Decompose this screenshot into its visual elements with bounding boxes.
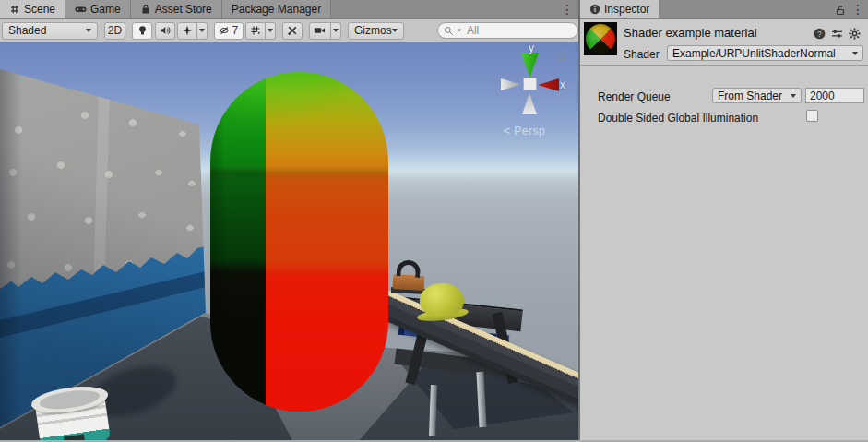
scene-panel-menu-icon[interactable]: ⋮ [561, 2, 574, 18]
search-filter-caret-icon [458, 29, 462, 31]
material-preview-sphere [586, 24, 615, 54]
svg-text:?: ? [817, 30, 822, 39]
tab-inspector[interactable]: Inspector [580, 0, 660, 18]
tab-scene[interactable]: Scene [0, 0, 65, 18]
inspector-tabbar: Inspector ⋮ [580, 0, 868, 19]
tools-icon [287, 25, 298, 36]
hardhat-dome [420, 283, 464, 317]
scene-viewport[interactable]: y x < Persp [0, 42, 578, 442]
shader-dropdown[interactable]: Example/URPUnlitShaderNormal [667, 45, 863, 61]
lock-icon[interactable] [835, 5, 846, 16]
scene-lighting-button[interactable] [132, 22, 152, 40]
grid-snapping-button[interactable] [245, 22, 266, 40]
2d-toggle-label: 2D [108, 24, 122, 37]
gizmos-label: Gizmos [354, 24, 392, 37]
scene-effects-dropdown[interactable] [197, 22, 208, 40]
material-header: Shader example material ? Shader Example… [580, 19, 868, 66]
chevron-down-icon [199, 29, 205, 32]
chevron-down-icon [268, 29, 273, 32]
info-icon [589, 4, 600, 15]
scene-audio-button[interactable] [155, 22, 175, 40]
tab-package-manager[interactable]: Package Manager [222, 0, 331, 18]
jigsaw-handle [396, 259, 421, 278]
capsule-gradient-overlay [210, 72, 388, 412]
search-icon [444, 26, 454, 36]
2d-toggle-button[interactable]: 2D [104, 22, 126, 40]
gizmo-center-cube[interactable] [523, 78, 537, 90]
render-queue-value-field[interactable]: 2000 [805, 88, 864, 103]
unity-editor-window: Scene Game Asset Store Package Manager ⋮… [0, 0, 868, 442]
gear-icon[interactable] [849, 28, 861, 40]
scene-effects-button[interactable] [177, 22, 197, 40]
scene-toolbar: Shaded 2D 7 [0, 19, 578, 42]
material-title: Shader example material [624, 26, 757, 40]
shader-capsule-object[interactable] [210, 72, 388, 412]
axis-x-label: x [560, 78, 565, 91]
paint-bucket-object[interactable] [30, 382, 114, 442]
tab-asset-store[interactable]: Asset Store [131, 0, 222, 18]
grid-snapping-dropdown[interactable] [266, 22, 276, 40]
presets-icon[interactable] [831, 28, 843, 40]
camera-icon [314, 25, 326, 36]
tab-asset-store-label: Asset Store [155, 3, 212, 16]
chevron-down-icon [791, 94, 796, 98]
speaker-icon [160, 25, 171, 36]
scene-tabbar: Scene Game Asset Store Package Manager ⋮ [0, 0, 578, 19]
scene-search-input[interactable] [465, 23, 572, 38]
gizmo-lock-icon[interactable] [554, 50, 565, 61]
chevron-down-icon [333, 29, 339, 32]
effects-star-icon [182, 25, 193, 36]
help-icon[interactable]: ? [814, 28, 826, 40]
gizmos-dropdown[interactable]: Gizmos [348, 22, 404, 40]
chevron-down-icon [392, 29, 398, 32]
shopping-bag-icon [140, 4, 151, 15]
scene-visibility-button[interactable]: 7 [214, 22, 243, 40]
scene-search-box[interactable] [437, 22, 578, 39]
snap-grid-icon [250, 25, 261, 36]
shading-mode-dropdown[interactable]: Shaded [2, 22, 98, 40]
inspector-menu-icon[interactable]: ⋮ [851, 2, 864, 18]
chevron-down-icon [86, 29, 91, 32]
double-sided-gi-label: Double Sided Global Illumination [598, 112, 758, 125]
tab-game-label: Game [90, 3, 121, 16]
render-queue-dropdown[interactable]: From Shader [712, 88, 802, 103]
chevron-down-icon [852, 52, 858, 55]
shading-mode-label: Shaded [8, 24, 46, 37]
inspector-panel: Inspector ⋮ Shader example material ? Sh… [580, 0, 868, 442]
tab-game[interactable]: Game [65, 0, 131, 18]
shader-dropdown-value: Example/URPUnlitShaderNormal [672, 47, 836, 60]
scene-camera-button[interactable] [309, 22, 331, 40]
double-sided-gi-checkbox[interactable] [806, 110, 818, 122]
tab-inspector-label: Inspector [604, 3, 649, 16]
scene-camera-dropdown[interactable] [331, 22, 341, 40]
inspector-content: Shader example material ? Shader Example… [580, 19, 868, 442]
shader-field-label: Shader [624, 48, 660, 61]
tab-package-manager-label: Package Manager [232, 3, 321, 16]
component-tools-button[interactable] [282, 22, 303, 40]
material-preview-thumbnail[interactable] [584, 22, 617, 55]
tab-scene-label: Scene [24, 3, 55, 16]
render-queue-label: Render Queue [598, 90, 671, 103]
axis-y-label: y [525, 42, 538, 54]
gamepad-icon [75, 4, 87, 15]
eye-slash-icon [220, 25, 231, 36]
perspective-toggle[interactable]: < Persp [504, 125, 545, 137]
light-bulb-icon [137, 25, 148, 36]
grid-icon [9, 4, 20, 15]
hidden-object-count: 7 [232, 24, 239, 37]
render-queue-mode: From Shader [718, 90, 782, 102]
hardhat-object[interactable] [417, 283, 469, 326]
